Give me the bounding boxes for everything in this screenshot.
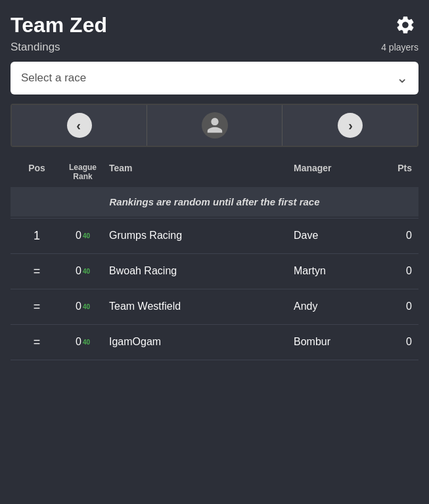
- notice-text: Rankings are random until after the firs…: [109, 196, 319, 207]
- profile-icon: [202, 112, 228, 138]
- header-pts: Pts: [373, 163, 412, 182]
- manager-name: Bombur: [294, 336, 373, 348]
- header-league-rank: League Rank: [56, 163, 109, 182]
- app-container: Team Zed Standings 4 players Select a ra…: [0, 0, 429, 504]
- rank-badge: 40: [83, 268, 90, 275]
- prev-arrow-circle: ‹: [67, 113, 92, 138]
- settings-button[interactable]: [392, 12, 418, 38]
- next-arrow-icon: ›: [348, 118, 353, 133]
- gear-icon: [395, 14, 416, 35]
- team-rows-container: 1 0 40 Grumps Racing Dave 0 = 0 40 Bwoah…: [11, 218, 418, 360]
- prev-button[interactable]: ‹: [12, 105, 147, 146]
- table-row: = 0 40 Team Westfield Andy 0: [11, 289, 418, 324]
- rank-cell: 0 40: [56, 265, 109, 277]
- header-row: Team Zed: [11, 12, 418, 38]
- pos-cell: =: [17, 300, 56, 314]
- rank-badge: 40: [83, 339, 90, 346]
- rank-badge: 40: [83, 232, 90, 240]
- pos-cell: =: [17, 335, 56, 349]
- manager-name: Dave: [294, 230, 373, 242]
- header-manager: Manager: [294, 163, 373, 182]
- manager-name: Andy: [294, 301, 373, 312]
- profile-button[interactable]: [147, 105, 282, 146]
- nav-row: ‹ ›: [11, 104, 418, 147]
- next-button[interactable]: ›: [282, 105, 417, 146]
- team-name: Team Westfield: [109, 301, 294, 312]
- header-pos: Pos: [17, 163, 56, 182]
- next-arrow-circle: ›: [338, 113, 363, 138]
- race-select-placeholder: Select a race: [21, 72, 86, 85]
- rank-cell: 0 40: [56, 301, 109, 312]
- prev-arrow-icon: ‹: [76, 118, 81, 133]
- pts-cell: 0: [373, 301, 412, 312]
- rank-num: 0: [76, 265, 81, 277]
- table-row: = 0 40 IgamOgam Bombur 0: [11, 324, 418, 360]
- table-row: 1 0 40 Grumps Racing Dave 0: [11, 218, 418, 253]
- app-title: Team Zed: [11, 13, 107, 37]
- rank-cell: 0 40: [56, 230, 109, 242]
- team-name: Grumps Racing: [109, 230, 294, 242]
- pts-cell: 0: [373, 230, 412, 242]
- manager-name: Martyn: [294, 265, 373, 277]
- race-select-dropdown[interactable]: Select a race ⌄: [11, 62, 418, 94]
- table-header: Pos League Rank Team Manager Pts: [11, 160, 418, 187]
- rank-cell: 0 40: [56, 336, 109, 348]
- chevron-down-icon: ⌄: [396, 70, 408, 87]
- team-name: IgamOgam: [109, 336, 294, 348]
- players-count: 4 players: [381, 42, 418, 52]
- rank-num: 0: [76, 230, 81, 242]
- team-name: Bwoah Racing: [109, 265, 294, 277]
- notice-row: Rankings are random until after the firs…: [11, 187, 418, 217]
- subheader-row: Standings 4 players: [11, 41, 418, 54]
- rank-num: 0: [76, 336, 81, 348]
- pos-cell: 1: [17, 229, 56, 243]
- person-icon: [206, 116, 224, 135]
- standings-label: Standings: [11, 41, 60, 54]
- rank-badge: 40: [83, 303, 90, 310]
- pts-cell: 0: [373, 265, 412, 277]
- pos-cell: =: [17, 264, 56, 278]
- table-row: = 0 40 Bwoah Racing Martyn 0: [11, 253, 418, 289]
- header-team: Team: [109, 163, 294, 182]
- pts-cell: 0: [373, 336, 412, 348]
- rank-num: 0: [76, 301, 81, 312]
